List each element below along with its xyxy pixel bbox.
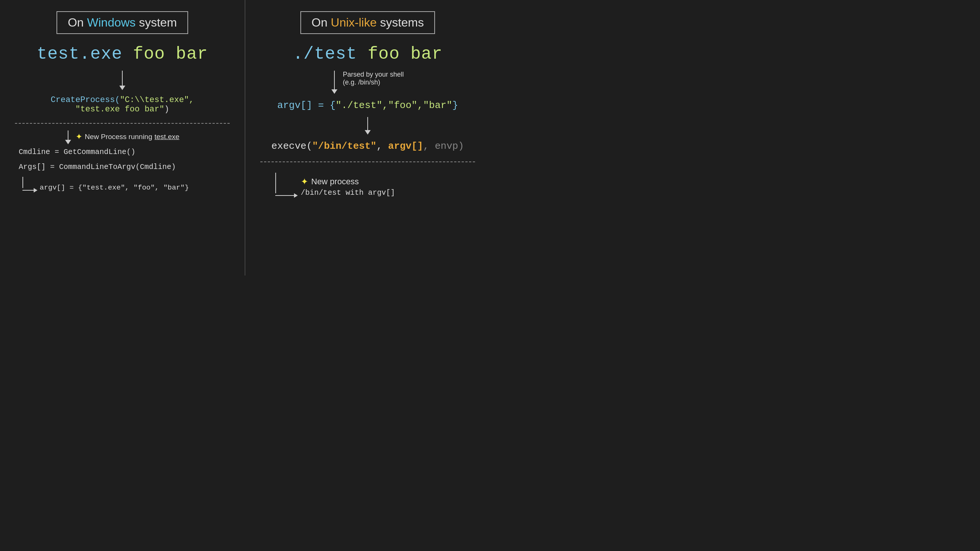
- cmdline-key: Cmdline: [19, 148, 50, 156]
- arrow-head: [119, 86, 125, 90]
- new-process-section: ✦ New Process running test.exe: [15, 130, 230, 144]
- arrow-label-group: ✦ New Process running test.exe: [65, 130, 179, 144]
- arrow-head-r2: [365, 130, 371, 135]
- right-sparkle-icon: ✦: [301, 176, 308, 187]
- sparkle-icon: ✦: [76, 132, 82, 142]
- arrow-line-r2: [368, 117, 368, 130]
- right-argv-display: argv[] = {"./test","foo","bar"}: [277, 100, 458, 111]
- right-arrow-2: [365, 117, 371, 135]
- args-val: CommandLineToArgv(Cmdline): [59, 163, 176, 171]
- new-process-underline: test.exe: [154, 133, 180, 141]
- cp-str2: "test.exe foo bar": [76, 105, 165, 114]
- left-title-highlight: Windows: [87, 16, 136, 29]
- right-command: ./test foo bar: [293, 44, 442, 64]
- right-l-head: [294, 193, 298, 198]
- parsed-label-line1: Parsed by your shell: [343, 71, 404, 78]
- args-row: Args[] = CommandLineToArgv(Cmdline): [19, 160, 230, 175]
- right-title-prefix: On: [312, 16, 331, 29]
- right-new-process-text: New process: [311, 177, 359, 187]
- cmdline-row: Cmdline = GetCommandLine(): [19, 144, 230, 160]
- parsed-label: Parsed by your shell (e.g. /bin/sh): [343, 71, 404, 86]
- right-l-vert: [275, 173, 276, 193]
- left-cmd-exe: test.exe: [37, 44, 123, 64]
- cp-func: CreateProcess(: [51, 95, 120, 105]
- right-new-process-section: ✦ New process /bin/test with argv[]: [260, 173, 475, 198]
- execve-path: "/bin/test": [312, 141, 377, 152]
- left-panel: On Windows system test.exe foo bar Creat…: [0, 0, 245, 275]
- left-arrow-1: [119, 71, 125, 90]
- cmdline-eq: =: [50, 148, 64, 156]
- execve-rest: , envp): [423, 141, 464, 152]
- left-title: On Windows system: [68, 16, 177, 29]
- l-horiz: [22, 190, 33, 191]
- l-arrow: [22, 177, 37, 192]
- right-panel: On Unix-like systems ./test foo bar Pars…: [245, 0, 490, 275]
- arrow-line-s: [68, 130, 68, 140]
- right-title-suffix: systems: [377, 16, 424, 29]
- cp-str1: "C:\\test.exe",: [120, 95, 194, 105]
- left-title-prefix: On: [68, 16, 87, 29]
- argv-str: "./test","foo","bar": [336, 100, 452, 111]
- right-dashed-divider: [260, 162, 475, 162]
- right-title-highlight: Unix-like: [331, 16, 377, 29]
- arrow-line-r1: [334, 71, 335, 89]
- new-process-label: ✦ New Process running test.exe: [76, 132, 179, 142]
- create-process-block: CreateProcess("C:\\test.exe", "test.exe …: [51, 95, 194, 114]
- cp-close: ): [164, 105, 169, 114]
- cp-line1: CreateProcess("C:\\test.exe",: [51, 95, 194, 105]
- left-title-box: On Windows system: [56, 11, 188, 34]
- left-title-suffix: system: [136, 16, 177, 29]
- right-l-horiz: [275, 195, 294, 196]
- arrow-line: [122, 71, 123, 86]
- l-vert: [22, 177, 23, 188]
- right-title-box: On Unix-like systems: [301, 11, 435, 34]
- right-title: On Unix-like systems: [312, 16, 424, 29]
- l-head: [33, 188, 37, 192]
- right-new-process-sub: /bin/test with argv[]: [301, 188, 395, 197]
- right-sparkle-row: ✦ New process: [301, 176, 395, 187]
- new-process-text: New Process running: [84, 133, 152, 141]
- right-cmd-args: foo bar: [357, 44, 442, 64]
- left-dashed-divider: [15, 123, 230, 124]
- args-eq: =: [46, 163, 59, 171]
- down-arrow-2: [65, 130, 71, 144]
- execve-func: execve(: [272, 141, 312, 152]
- arrow-head-r1: [331, 89, 337, 94]
- args-key: Args[]: [19, 163, 46, 171]
- arrow-head-2: [65, 140, 71, 144]
- cp-line2: "test.exe foo bar"): [51, 105, 194, 114]
- result-argv: argv[] = {"test.exe", "foo", "bar"}: [40, 184, 189, 192]
- argv-key: argv[] = {: [277, 100, 336, 111]
- parsed-label-line2: (e.g. /bin/sh): [343, 78, 404, 86]
- left-cmd-args: foo bar: [123, 44, 208, 64]
- argv-close: }: [452, 100, 458, 111]
- parsed-arrow: [331, 71, 337, 94]
- execve-display: execve("/bin/test", argv[], envp): [272, 141, 464, 152]
- cmdline-val: GetCommandLine(): [64, 148, 135, 156]
- result-row: argv[] = {"test.exe", "foo", "bar"}: [15, 177, 230, 192]
- left-command: test.exe foo bar: [37, 44, 208, 64]
- cmdline-block: Cmdline = GetCommandLine() Args[] = Comm…: [15, 144, 230, 175]
- right-new-process-label: ✦ New process /bin/test with argv[]: [301, 176, 395, 197]
- right-cmd-slash: ./test: [293, 44, 357, 64]
- parsed-arrow-section: Parsed by your shell (e.g. /bin/sh): [260, 71, 475, 94]
- right-l-horiz-group: [275, 193, 298, 198]
- execve-argv: argv[]: [388, 141, 423, 152]
- right-l-arrow: [275, 173, 298, 198]
- l-horiz-group: [22, 188, 37, 192]
- execve-comma: ,: [376, 141, 388, 152]
